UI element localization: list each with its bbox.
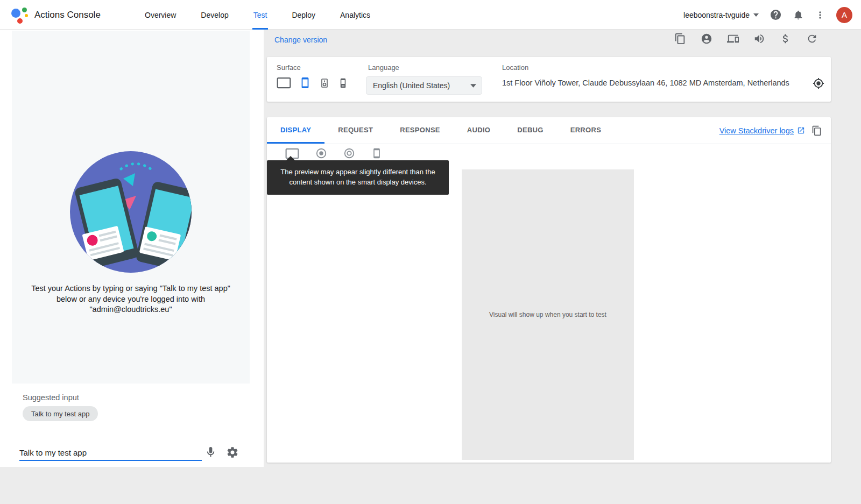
stackdriver-link[interactable]: View Stackdriver logs [719,126,805,135]
copy-button[interactable] [674,33,686,45]
dollar-icon [780,33,792,45]
simulator-input-row [0,443,264,467]
simulator-panel: Test your Actions by typing or saying "T… [0,30,264,467]
more-vertical-icon [815,10,825,20]
surface-smart-display-button[interactable] [277,77,291,89]
copy-icon [811,125,822,136]
help-icon [770,9,782,21]
top-app-bar: Actions Console Overview Develop Test De… [0,0,861,30]
logo-dot-green [22,8,27,12]
phone-icon [299,76,311,89]
nav-overview[interactable]: Overview [144,0,177,30]
nav-deploy[interactable]: Deploy [291,0,316,30]
talk-input[interactable] [19,445,202,461]
location-value[interactable]: 1st Floor Viñoly Tower, Claude Debussyla… [502,79,810,87]
devices-button[interactable] [727,33,739,45]
devices-icon [727,33,739,45]
open-in-new-icon [797,126,805,134]
surface-kaios-phone-button[interactable] [338,77,348,89]
settings-button[interactable] [226,446,239,459]
visual-placeholder-text: Visual will show up when you start to te… [489,311,606,318]
tab-audio[interactable]: AUDIO [454,117,504,144]
change-version-link[interactable]: Change version [274,36,327,44]
location-label: Location [502,63,528,72]
bell-icon [793,9,804,20]
payment-button[interactable] [780,33,792,45]
tab-display[interactable]: DISPLAY [267,117,324,144]
avatar[interactable]: A [836,7,852,23]
preview-tooltip: The preview may appear slightly differen… [267,160,449,195]
account-button[interactable] [701,33,712,45]
mic-button[interactable] [204,446,217,458]
smart-display-icon [277,77,291,89]
preview-device-icons [285,147,382,159]
test-instructions: Test your Actions by typing or saying "T… [23,283,238,315]
volume-button[interactable] [753,33,765,45]
app-title: Actions Console [34,10,101,20]
phone-icon [371,147,382,159]
suggestion-chip-label: Talk to my test app [31,410,89,418]
preview-tooltip-text: The preview may appear slightly differen… [280,168,435,186]
tab-errors[interactable]: ERRORS [557,117,615,144]
output-card: DISPLAY REQUEST RESPONSE AUDIO DEBUG ERR… [267,117,831,463]
copy-output-button[interactable] [811,125,822,136]
logo-dot-yellow [25,14,28,17]
simulator-toolbar [674,33,818,45]
refresh-button[interactable] [806,33,818,45]
surface-options [277,76,348,89]
test-illustration [67,148,194,275]
speaker-icon [319,77,330,89]
crosshair-icon [813,77,824,89]
top-nav: Overview Develop Test Deploy Analytics [144,0,394,30]
help-button[interactable] [770,9,782,21]
chevron-down-icon [753,13,759,17]
tab-request[interactable]: REQUEST [324,117,386,144]
project-selector[interactable]: leeboonstra-tvguide [683,11,759,19]
tab-response[interactable]: RESPONSE [386,117,454,144]
gear-icon [226,446,239,459]
surface-phone-button[interactable] [299,76,311,89]
tabs-right: View Stackdriver logs [719,117,831,144]
stackdriver-link-label: View Stackdriver logs [719,126,794,135]
refresh-icon [806,33,818,45]
project-name: leeboonstra-tvguide [683,11,750,19]
logo-dot-blue [11,9,20,18]
header-right: leeboonstra-tvguide A [683,0,852,30]
language-select[interactable]: English (United States) [366,76,482,95]
account-icon [701,33,712,45]
visual-placeholder: Visual will show up when you start to te… [462,169,634,460]
my-location-button[interactable] [813,77,824,89]
suggested-input-label: Suggested input [23,393,79,402]
surface-label: Surface [277,63,301,72]
speaker-circle-icon [343,147,355,159]
notifications-button[interactable] [793,9,804,20]
conversation-area: Test your Actions by typing or saying "T… [12,31,250,384]
tab-debug[interactable]: DEBUG [504,117,556,144]
logo-dot-red [17,18,23,24]
nav-develop[interactable]: Develop [200,0,229,30]
nav-analytics[interactable]: Analytics [339,0,371,30]
output-tabs: DISPLAY REQUEST RESPONSE AUDIO DEBUG ERR… [267,117,831,144]
avatar-initial: A [842,10,847,19]
chevron-down-icon [470,84,476,88]
preview-speaker-small-button[interactable] [315,147,327,159]
mic-icon [204,446,217,458]
surface-speaker-button[interactable] [319,77,330,89]
assistant-logo-icon [11,5,29,24]
preview-phone-button[interactable] [371,147,382,159]
preview-speaker-large-button[interactable] [343,147,355,159]
nav-test[interactable]: Test [252,0,269,30]
suggestion-chip[interactable]: Talk to my test app [23,406,98,421]
language-value: English (United States) [373,81,470,90]
more-menu-button[interactable] [815,10,825,20]
feature-phone-icon [338,77,348,89]
copy-icon [674,33,686,45]
volume-icon [753,33,765,45]
settings-card: Surface Language English (United States)… [267,57,831,102]
language-label: Language [368,63,399,72]
speaker-circle-icon [315,147,327,159]
